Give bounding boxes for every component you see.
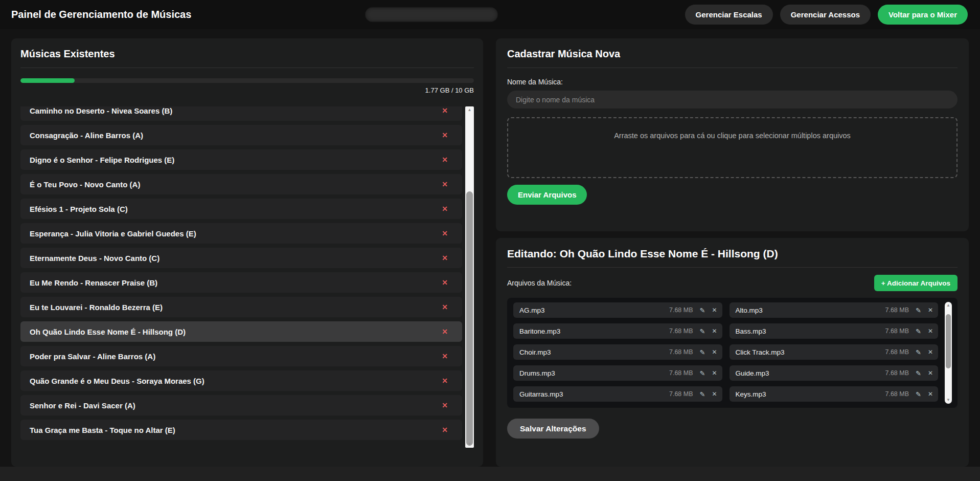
file-size: 7.68 MB bbox=[885, 327, 909, 335]
adicionar-arquivos-button[interactable]: + Adicionar Arquivos bbox=[874, 275, 958, 291]
files-scroll-up-icon[interactable]: ▲ bbox=[945, 303, 952, 308]
files-header-row: Arquivos da Música: + Adicionar Arquivos bbox=[507, 275, 958, 291]
file-name: Guitarras.mp3 bbox=[519, 390, 563, 398]
song-row[interactable]: Tua Graça me Basta - Toque no Altar (E) … bbox=[20, 420, 462, 440]
song-row[interactable]: Consagração - Aline Barros (A) ✕ bbox=[20, 125, 462, 145]
existing-songs-panel: Músicas Existentes 1.77 GB / 10 GB Camin… bbox=[11, 38, 483, 467]
file-row: Bass.mp3 7.68 MB ✎ ✕ bbox=[730, 323, 939, 339]
song-row[interactable]: Eu te Louvarei - Ronaldo Bezerra (E) ✕ bbox=[20, 297, 462, 317]
song-row[interactable]: É o Teu Povo - Novo Canto (A) ✕ bbox=[20, 174, 462, 194]
voltar-mixer-button[interactable]: Voltar para o Mixer bbox=[878, 5, 968, 25]
edit-file-icon[interactable]: ✎ bbox=[916, 370, 921, 377]
song-row[interactable]: Efésios 1 - Projeto Sola (C) ✕ bbox=[20, 199, 462, 219]
song-row[interactable]: Esperança - Julia Vitoria e Gabriel Gued… bbox=[20, 223, 462, 244]
file-row: Guitarras.mp3 7.68 MB ✎ ✕ bbox=[513, 386, 722, 402]
editing-panel: Editando: Oh Quão Lindo Esse Nome É - Hi… bbox=[496, 238, 969, 467]
delete-song-icon[interactable]: ✕ bbox=[442, 303, 448, 311]
redacted-user-info bbox=[366, 8, 497, 21]
salvar-alteracoes-button[interactable]: Salvar Alterações bbox=[507, 419, 599, 439]
file-size: 7.68 MB bbox=[669, 327, 693, 335]
files-scrollbar[interactable]: ▲ ▼ bbox=[945, 302, 952, 404]
app-header: Painel de Gerenciamento de Músicas Geren… bbox=[0, 0, 980, 29]
existing-songs-title: Músicas Existentes bbox=[20, 48, 474, 68]
song-title: Consagração - Aline Barros (A) bbox=[30, 131, 143, 140]
remove-file-icon[interactable]: ✕ bbox=[712, 391, 717, 397]
file-dropzone[interactable]: Arraste os arquivos para cá ou clique pa… bbox=[507, 117, 958, 178]
scroll-up-icon[interactable]: ▲ bbox=[465, 107, 474, 113]
delete-song-icon[interactable]: ✕ bbox=[442, 279, 448, 286]
files-scroll-down-icon[interactable]: ▼ bbox=[945, 398, 952, 403]
edit-file-icon[interactable]: ✎ bbox=[916, 391, 921, 398]
edit-file-icon[interactable]: ✎ bbox=[700, 370, 705, 377]
file-size: 7.68 MB bbox=[669, 390, 693, 398]
edit-file-icon[interactable]: ✎ bbox=[916, 307, 921, 314]
file-size: 7.68 MB bbox=[669, 369, 693, 377]
delete-song-icon[interactable]: ✕ bbox=[442, 328, 448, 335]
remove-file-icon[interactable]: ✕ bbox=[712, 328, 717, 334]
song-row[interactable]: Quão Grande é o Meu Deus - Soraya Moraes… bbox=[20, 370, 462, 391]
remove-file-icon[interactable]: ✕ bbox=[712, 307, 717, 313]
editing-title: Editando: Oh Quão Lindo Esse Nome É - Hi… bbox=[507, 248, 958, 268]
main-content: Músicas Existentes 1.77 GB / 10 GB Camin… bbox=[0, 29, 980, 467]
file-name: Bass.mp3 bbox=[736, 327, 766, 335]
songs-scrollbar[interactable]: ▲ ▼ bbox=[465, 106, 474, 448]
file-row: Drums.mp3 7.68 MB ✎ ✕ bbox=[513, 365, 722, 381]
remove-file-icon[interactable]: ✕ bbox=[712, 349, 717, 355]
song-row[interactable]: Caminho no Deserto - Nivea Soares (B) ✕ bbox=[20, 106, 462, 121]
gerenciar-escalas-button[interactable]: Gerenciar Escalas bbox=[685, 5, 773, 25]
remove-file-icon[interactable]: ✕ bbox=[928, 370, 933, 376]
edit-file-icon[interactable]: ✎ bbox=[700, 328, 705, 335]
delete-song-icon[interactable]: ✕ bbox=[442, 426, 448, 433]
song-row[interactable]: Digno é o Senhor - Felipe Rodrigues (E) … bbox=[20, 149, 462, 170]
page-title: Painel de Gerenciamento de Músicas bbox=[11, 9, 191, 20]
edit-file-icon[interactable]: ✎ bbox=[700, 349, 705, 356]
edit-file-icon[interactable]: ✎ bbox=[700, 307, 705, 314]
delete-song-icon[interactable]: ✕ bbox=[442, 230, 448, 237]
file-name: Guide.mp3 bbox=[736, 369, 769, 377]
remove-file-icon[interactable]: ✕ bbox=[712, 370, 717, 376]
remove-file-icon[interactable]: ✕ bbox=[928, 391, 933, 397]
file-size: 7.68 MB bbox=[885, 348, 909, 356]
edit-file-icon[interactable]: ✎ bbox=[700, 391, 705, 398]
file-row: Guide.mp3 7.68 MB ✎ ✕ bbox=[730, 365, 939, 381]
scroll-down-icon[interactable]: ▼ bbox=[465, 442, 474, 447]
right-column: Cadastrar Música Nova Nome da Música: Ar… bbox=[496, 38, 969, 467]
edit-file-icon[interactable]: ✎ bbox=[916, 349, 921, 356]
delete-song-icon[interactable]: ✕ bbox=[442, 353, 448, 360]
song-title: Caminho no Deserto - Nivea Soares (B) bbox=[30, 106, 172, 115]
song-row[interactable]: Eternamente Deus - Novo Canto (C) ✕ bbox=[20, 248, 462, 268]
delete-song-icon[interactable]: ✕ bbox=[442, 254, 448, 261]
dropzone-text: Arraste os arquivos para cá ou clique pa… bbox=[614, 132, 851, 140]
delete-song-icon[interactable]: ✕ bbox=[442, 377, 448, 384]
song-row[interactable]: Senhor e Rei - Davi Sacer (A) ✕ bbox=[20, 395, 462, 416]
songs-scrollbar-thumb[interactable] bbox=[466, 191, 473, 446]
song-name-label: Nome da Música: bbox=[507, 78, 958, 86]
delete-song-icon[interactable]: ✕ bbox=[442, 402, 448, 409]
song-row[interactable]: Eu Me Rendo - Renascer Praise (B) ✕ bbox=[20, 272, 462, 293]
storage-progressbar bbox=[20, 78, 474, 83]
song-row[interactable]: Oh Quão Lindo Esse Nome É - Hillsong (D)… bbox=[20, 321, 462, 342]
file-grid-container: AG.mp3 7.68 MB ✎ ✕ Alto.mp3 7.68 MB ✎ ✕ … bbox=[507, 298, 958, 408]
file-row: Alto.mp3 7.68 MB ✎ ✕ bbox=[730, 302, 939, 318]
files-scrollbar-thumb[interactable] bbox=[946, 314, 951, 368]
delete-song-icon[interactable]: ✕ bbox=[442, 107, 448, 114]
remove-file-icon[interactable]: ✕ bbox=[928, 307, 933, 313]
delete-song-icon[interactable]: ✕ bbox=[442, 181, 448, 188]
remove-file-icon[interactable]: ✕ bbox=[928, 349, 933, 355]
song-title: Eu te Louvarei - Ronaldo Bezerra (E) bbox=[30, 303, 163, 312]
delete-song-icon[interactable]: ✕ bbox=[442, 205, 448, 212]
gerenciar-acessos-button[interactable]: Gerenciar Acessos bbox=[780, 5, 871, 25]
edit-file-icon[interactable]: ✎ bbox=[916, 328, 921, 335]
song-name-input[interactable] bbox=[507, 91, 958, 108]
file-size: 7.68 MB bbox=[885, 307, 909, 314]
delete-song-icon[interactable]: ✕ bbox=[442, 156, 448, 163]
song-title: Quão Grande é o Meu Deus - Soraya Moraes… bbox=[30, 377, 204, 385]
songs-list-area: Caminho no Deserto - Nivea Soares (B) ✕ … bbox=[20, 106, 474, 448]
delete-song-icon[interactable]: ✕ bbox=[442, 132, 448, 139]
register-song-title: Cadastrar Música Nova bbox=[507, 48, 958, 68]
remove-file-icon[interactable]: ✕ bbox=[928, 328, 933, 334]
file-name: Drums.mp3 bbox=[519, 369, 555, 377]
song-row[interactable]: Poder pra Salvar - Aline Barros (A) ✕ bbox=[20, 346, 462, 366]
enviar-arquivos-button[interactable]: Enviar Arquivos bbox=[507, 185, 587, 205]
file-size: 7.68 MB bbox=[669, 348, 693, 356]
